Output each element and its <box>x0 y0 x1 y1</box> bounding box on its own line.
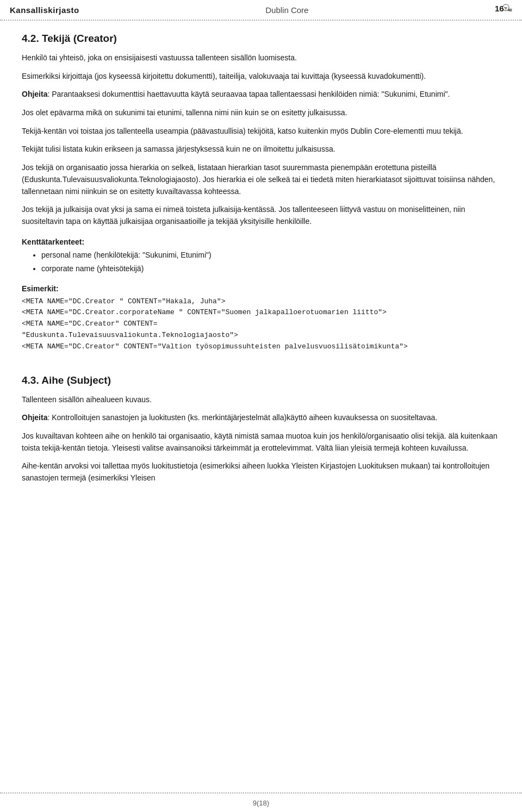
svg-text:40: 40 <box>507 8 512 13</box>
esimerkit-heading: Esimerkit: <box>22 284 500 293</box>
section-42-para3: Jos olet epävarma mikä on sukunimi tai e… <box>22 107 500 119</box>
section-42: 4.2. Tekijä (Creator) Henkilö tai yhteis… <box>22 33 500 353</box>
example-line-0: <META NAME="DC.Creator " CONTENT="Hakala… <box>22 296 500 308</box>
section-42-para5: Tekijät tulisi listata kukin erikseen ja… <box>22 143 500 155</box>
footer-page-num: 9(18) <box>253 799 269 807</box>
esimerkit-block: <META NAME="DC.Creator " CONTENT="Hakala… <box>22 296 500 353</box>
section-42-heading: 4.2. Tekijä (Creator) <box>22 33 500 45</box>
page-footer: 9(18) <box>0 792 522 812</box>
svg-text:16: 16 <box>495 4 504 13</box>
section-42-para4: Tekijä-kentän voi toistaa jos tallenteel… <box>22 126 500 138</box>
example-line-1: <META NAME="DC.Creator.corporateName " C… <box>22 307 500 318</box>
section-42-para7: Jos tekijä ja julkaisija ovat yksi ja sa… <box>22 204 500 227</box>
page-header: Kansalliskirjasto Dublin Core 16 🦅 40 <box>0 0 522 21</box>
ohjeita-text-43: : Kontrolloitujen sanastojen ja luokitus… <box>47 413 437 422</box>
example-line-2: <META NAME="DC.Creator" CONTENT= <box>22 318 500 330</box>
example-line-3: "Eduskunta.Tulevaisuusvaliokunta.Teknolo… <box>22 330 500 341</box>
section-43-para3: Aihe-kentän arvoksi voi tallettaa myös l… <box>22 460 500 484</box>
ohjeita-text-42: : Parantaaksesi dokumenttisi haettavuutt… <box>47 90 450 98</box>
header-logo-icon: 16 🦅 40 <box>495 0 512 17</box>
section-43-para2: Jos kuvailtavan kohteen aihe on henkilö … <box>22 430 500 454</box>
section-42-ohjeita: Ohjeita: Parantaaksesi dokumenttisi haet… <box>22 89 500 101</box>
section-43-heading: 4.3. Aihe (Subject) <box>22 374 500 386</box>
section-42-para1: Henkilö tai yhteisö, joka on ensisijaise… <box>22 52 500 64</box>
section-42-para6: Jos tekijä on organisaatio jossa hierark… <box>22 162 500 197</box>
ohjeita-label-42: Ohjeita <box>22 90 47 98</box>
section-42-para2: Esimerkiksi kirjoittaja (jos kyseessä ki… <box>22 71 500 83</box>
section-spacer-1 <box>22 359 500 374</box>
main-content: 4.2. Tekijä (Creator) Henkilö tai yhteis… <box>0 21 522 507</box>
page-number-display: 16 🦅 40 <box>495 0 512 20</box>
section-43-ohjeita: Ohjeita: Kontrolloitujen sanastojen ja l… <box>22 412 500 424</box>
kentta-list: personal name (henkilötekijä: "Sukunimi,… <box>41 249 500 274</box>
kentta-item-0: personal name (henkilötekijä: "Sukunimi,… <box>41 249 500 261</box>
example-line-4: <META NAME="DC.Creator" CONTENT="Valtion… <box>22 341 500 353</box>
section-43: 4.3. Aihe (Subject) Tallenteen sisällön … <box>22 374 500 484</box>
header-center-title: Dublin Core <box>265 5 308 15</box>
header-left-title: Kansalliskirjasto <box>10 5 79 15</box>
ohjeita-label-43: Ohjeita <box>22 413 47 422</box>
header-right-page: 16 🦅 40 <box>495 0 512 20</box>
section-43-para1: Tallenteen sisällön aihealueen kuvaus. <box>22 394 500 406</box>
kentta-item-1: corporate name (yhteisötekijä) <box>41 263 500 274</box>
kentta-heading: Kenttätarkenteet: <box>22 238 500 246</box>
